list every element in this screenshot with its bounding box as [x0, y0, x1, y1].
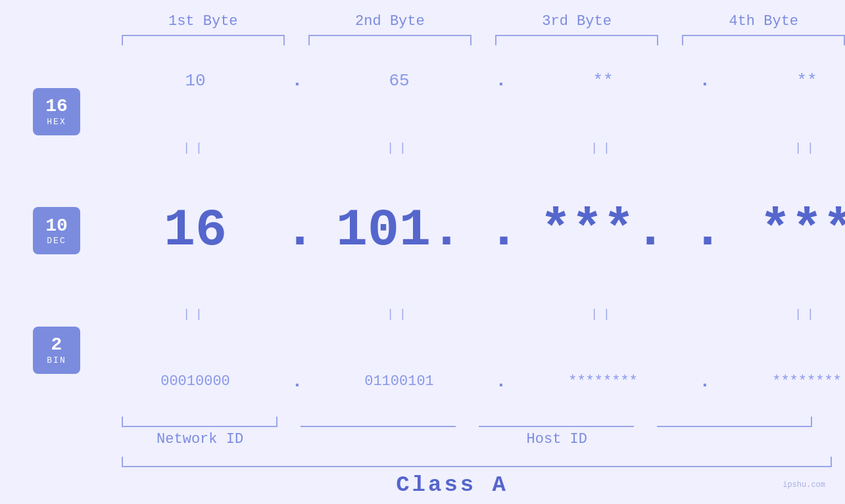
- byte3-header: 3rd Byte: [495, 13, 658, 30]
- badges-column: 16 HEX 10 DEC 2 BIN: [33, 45, 80, 417]
- bin-b1: 00010000: [107, 373, 284, 390]
- hex-row: 10 . 65 . ** . **: [107, 70, 845, 91]
- byte1-header: 1st Byte: [122, 13, 285, 30]
- bracket-byte1: [122, 35, 285, 45]
- data-rows: 10 . 65 . ** . ** || || || || 16: [80, 45, 845, 417]
- bin-badge-num: 2: [51, 335, 62, 355]
- dec-badge-num: 10: [45, 216, 68, 237]
- main-layout: 1st Byte 2nd Byte 3rd Byte 4th Byte 16 H…: [0, 0, 845, 504]
- bin-b2: 01100101: [310, 373, 488, 390]
- bin-dot3: .: [692, 371, 718, 392]
- bin-b4: ********: [718, 373, 845, 390]
- hex-dot1: .: [284, 70, 310, 91]
- bracket-byte3: [495, 35, 658, 45]
- dec-b1: 16: [107, 204, 284, 257]
- dec-dot2: .: [488, 204, 514, 257]
- hex-badge: 16 HEX: [33, 88, 80, 135]
- content-area: 16 HEX 10 DEC 2 BIN 10 . 65 . ** .: [0, 45, 845, 417]
- bin-dot1: .: [284, 371, 310, 392]
- bin-b3: ********: [514, 373, 692, 390]
- class-label: Class A: [122, 472, 783, 497]
- bin-badge: 2 BIN: [33, 327, 80, 374]
- bottom-labels: Network ID Host ID: [122, 431, 812, 447]
- class-bracket-container: [122, 457, 812, 467]
- hex-b1: 10: [107, 71, 284, 91]
- watermark: ipshu.com: [783, 480, 832, 490]
- byte-headers: 1st Byte 2nd Byte 3rd Byte 4th Byte: [0, 0, 845, 30]
- par-row-1: || || || ||: [107, 141, 845, 154]
- dec-b3: ***.: [514, 204, 692, 257]
- dec-dot1: .: [284, 204, 310, 257]
- dec-b2: 101.: [310, 204, 488, 257]
- bottom-bracket-networkid: [122, 417, 278, 427]
- hex-dot2: .: [488, 70, 514, 91]
- class-bracket: [122, 457, 832, 467]
- host-id-label: Host ID: [302, 431, 812, 447]
- hex-dot3: .: [692, 70, 718, 91]
- hex-b2: 65: [310, 71, 488, 91]
- dec-badge: 10 DEC: [33, 207, 80, 254]
- bottom-section: Network ID Host ID Class A ipshu.com: [0, 417, 845, 504]
- top-brackets: [0, 35, 845, 45]
- dec-row: 16 . 101. . ***. . ***: [107, 204, 845, 257]
- hex-badge-label: HEX: [47, 117, 66, 127]
- dec-b4: ***: [718, 204, 845, 257]
- bottom-bracket-hostid: [657, 417, 812, 427]
- hex-b4: **: [718, 71, 845, 91]
- byte2-header: 2nd Byte: [308, 13, 471, 30]
- class-label-row: Class A ipshu.com: [122, 472, 832, 504]
- bin-dot2: .: [488, 371, 514, 392]
- bin-row: 00010000 . 01100101 . ******** . *******…: [107, 371, 845, 392]
- bin-badge-label: BIN: [47, 355, 66, 365]
- bottom-brackets: [122, 417, 812, 427]
- byte4-header: 4th Byte: [683, 13, 845, 30]
- hex-badge-num: 16: [45, 97, 68, 117]
- bracket-byte2: [308, 35, 471, 45]
- dec-dot3: .: [692, 204, 718, 257]
- hex-b3: **: [514, 71, 692, 91]
- dec-badge-label: DEC: [47, 236, 66, 246]
- network-id-label: Network ID: [122, 431, 278, 447]
- par-row-2: || || || ||: [107, 308, 845, 321]
- bracket-byte4: [682, 35, 845, 45]
